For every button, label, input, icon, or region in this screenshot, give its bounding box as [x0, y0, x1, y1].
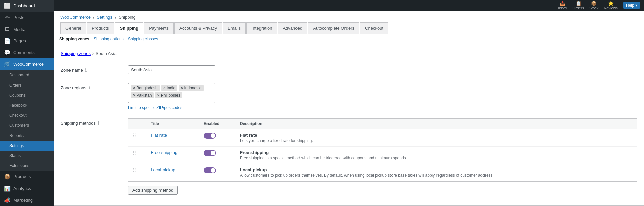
methods-table: Title Enabled Description ⠿ Flat rate [128, 118, 637, 182]
sidebar-sub-coupons[interactable]: Coupons [0, 90, 54, 100]
tab-autocomplete[interactable]: Autocomplete Orders [308, 22, 359, 34]
tab-payments[interactable]: Payments [144, 22, 174, 34]
tab-accounts[interactable]: Accounts & Privacy [174, 22, 222, 34]
tab-advanced[interactable]: Advanced [278, 22, 307, 34]
help-button[interactable]: Help ▾ [623, 2, 640, 9]
reviews-icon: ⭐ [608, 1, 614, 6]
col-enabled: Enabled [200, 119, 236, 129]
pages-icon: 📄 [4, 38, 11, 44]
method-row-flat-rate: ⠿ Flat rate Flat [128, 129, 637, 147]
sidebar-item-analytics[interactable]: 📊 Analytics [0, 183, 54, 194]
main-content: WooCommerce / Settings / Shipping Genera… [54, 11, 644, 206]
sidebar-sub-facebook[interactable]: Facebook [0, 100, 54, 110]
sidebar-item-media[interactable]: 🖼 Media [0, 23, 54, 35]
tab-shipping[interactable]: Shipping [115, 22, 144, 34]
col-description: Description [236, 119, 637, 129]
products-icon: 📦 [4, 173, 11, 180]
region-tags-container[interactable]: × Bangladesh × India × Indonesia × Pakis… [128, 83, 215, 103]
comments-icon: 💬 [4, 49, 11, 56]
zone-regions-field: × Bangladesh × India × Indonesia × Pakis… [128, 83, 637, 110]
sidebar-sub-status[interactable]: Status [0, 151, 54, 161]
toggle-flat-rate[interactable] [204, 133, 216, 139]
shipping-zones-link[interactable]: Shipping zones [61, 51, 91, 56]
sidebar-sub-orders[interactable]: Orders [0, 80, 54, 90]
toggle-local-pickup[interactable] [204, 167, 216, 173]
subtab-shipping-classes[interactable]: Shipping classes [128, 37, 158, 41]
top-bar-reviews[interactable]: ⭐ Reviews [604, 1, 618, 10]
method-row-free-shipping: ⠿ Free shipping F [128, 147, 637, 164]
method-desc-text-local-pickup: Allow customers to pick up orders themse… [240, 173, 633, 178]
sidebar-sub-customers[interactable]: Customers [0, 120, 54, 131]
method-desc-title-flat-rate: Flat rate [240, 133, 633, 138]
tab-general[interactable]: General [60, 22, 86, 34]
subtab-shipping-options[interactable]: Shipping options [94, 37, 124, 41]
sidebar-sub-reports[interactable]: Reports [0, 131, 54, 141]
shipping-methods-field: Title Enabled Description ⠿ Flat rate [128, 118, 637, 195]
sub-tabs: Shipping zones Shipping options Shipping… [54, 34, 644, 44]
zone-regions-label: Zone regions ℹ [61, 83, 128, 90]
zone-regions-help-icon[interactable]: ℹ [88, 85, 90, 90]
col-drag [128, 119, 147, 129]
shipping-methods-label: Shipping methods ℹ [61, 118, 128, 126]
method-title-local-pickup[interactable]: Local pickup [151, 167, 175, 172]
posts-icon: ✏ [4, 14, 11, 21]
top-bar-inbox[interactable]: 📥 Inbox [558, 1, 567, 10]
sidebar-item-dashboard[interactable]: ⬜ Dashboard [0, 0, 54, 12]
method-row-local-pickup: ⠿ Local pickup Lo [128, 164, 637, 182]
tab-integration[interactable]: Integration [246, 22, 277, 34]
breadcrumb-shipping: Shipping [119, 15, 136, 20]
method-title-free-shipping[interactable]: Free shipping [151, 150, 177, 155]
subtab-shipping-zones[interactable]: Shipping zones [59, 37, 89, 41]
tab-products[interactable]: Products [87, 22, 114, 34]
tag-india: × India [161, 85, 177, 91]
top-bar-orders[interactable]: 📋 Orders [572, 1, 584, 10]
zone-regions-row: Zone regions ℹ × Bangladesh × India × In… [61, 79, 637, 114]
sidebar-item-comments[interactable]: 💬 Comments [0, 47, 54, 58]
sidebar: ⬜ Dashboard ✏ Posts 🖼 Media 📄 Pages 💬 Co… [0, 0, 54, 206]
breadcrumb-settings[interactable]: Settings [97, 15, 112, 20]
method-desc-title-free-shipping: Free shipping [240, 150, 633, 155]
sidebar-item-marketing[interactable]: 📣 Marketing [0, 194, 54, 206]
method-desc-text-free-shipping: Free shipping is a special method which … [240, 156, 633, 160]
dashboard-icon: ⬜ [4, 3, 11, 9]
top-bar-stock[interactable]: 📦 Stock [589, 1, 599, 10]
sidebar-item-products[interactable]: 📦 Products [0, 171, 54, 183]
drag-handle-flat-rate[interactable]: ⠿ [132, 133, 136, 139]
tab-content: Shipping zones Shipping options Shipping… [54, 34, 644, 206]
media-icon: 🖼 [4, 26, 11, 32]
zone-heading: South Asia [96, 51, 117, 56]
sidebar-item-woocommerce[interactable]: 🛒 WooCommerce [0, 58, 54, 70]
col-title: Title [147, 119, 199, 129]
sidebar-item-posts[interactable]: ✏ Posts [0, 12, 54, 23]
tag-indonesia: × Indonesia [179, 85, 203, 91]
tag-pakistan: × Pakistan [131, 92, 154, 98]
zone-name-input[interactable] [128, 65, 215, 74]
drag-handle-local-pickup[interactable]: ⠿ [132, 168, 136, 173]
zone-name-label: Zone name ℹ [61, 65, 128, 73]
toggle-free-shipping[interactable] [204, 150, 216, 156]
tag-philippines: × Philippines [155, 92, 182, 98]
sidebar-sub-dashboard[interactable]: Dashboard [0, 70, 54, 80]
orders-icon: 📋 [576, 1, 581, 6]
method-title-flat-rate[interactable]: Flat rate [151, 133, 167, 138]
sidebar-sub-settings[interactable]: Settings [0, 141, 54, 151]
drag-handle-free-shipping[interactable]: ⠿ [132, 150, 136, 156]
tab-checkout[interactable]: Checkout [360, 22, 388, 34]
settings-tabs: General Products Shipping Payments Accou… [60, 22, 637, 34]
sidebar-sub-checkout[interactable]: Checkout [0, 110, 54, 120]
zone-name-row: Zone name ℹ [61, 61, 637, 79]
marketing-icon: 📣 [4, 197, 11, 203]
tag-bangladesh: × Bangladesh [131, 85, 160, 91]
analytics-icon: 📊 [4, 185, 11, 192]
tab-emails[interactable]: Emails [223, 22, 246, 34]
stock-icon: 📦 [591, 1, 597, 6]
sidebar-item-pages[interactable]: 📄 Pages [0, 35, 54, 47]
zone-name-help-icon[interactable]: ℹ [85, 67, 87, 73]
method-desc-text-flat-rate: Lets you charge a fixed rate for shippin… [240, 138, 633, 143]
limit-postcodes-link[interactable]: Limit to specific ZIP/postcodes [128, 105, 182, 110]
breadcrumb-woocommerce[interactable]: WooCommerce [60, 15, 91, 20]
add-shipping-method-button[interactable]: Add shipping method [128, 186, 178, 195]
woocommerce-icon: 🛒 [4, 61, 11, 67]
sidebar-sub-extensions[interactable]: Extensions [0, 161, 54, 171]
shipping-methods-help-icon[interactable]: ℹ [98, 120, 99, 126]
